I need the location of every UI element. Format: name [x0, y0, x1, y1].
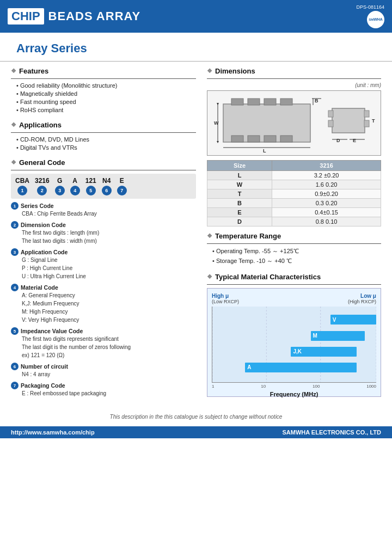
table-row: L 3.2 ±0.20: [207, 171, 381, 180]
code-num: 7: [117, 186, 127, 195]
code-sub-line: M: High Frequency: [22, 308, 196, 316]
applications-list: CD-ROM, DVD, MD Lines Digital TVs and VT…: [11, 136, 196, 151]
num-circle-4: 4: [11, 284, 19, 291]
high-mu-label: High μ (Low RXCP): [212, 293, 239, 304]
page-header: CHIP BEADS ARRAY DPS-081164 SM WHA: [0, 0, 392, 33]
list-item: Storage Temp. -10 ～ +40 ℃: [212, 257, 381, 265]
code-title-text: Series Code: [21, 203, 54, 209]
code-sub-line: A: General Frequency: [22, 291, 196, 299]
features-divider: [11, 78, 196, 79]
code-desc-2: 2 Dimension Code The first two digits : …: [11, 221, 196, 245]
code-num: 3: [55, 186, 65, 195]
x-tick-1: 1: [212, 384, 214, 389]
table-cell-value: 3.2 ±0.20: [272, 171, 381, 180]
chart-labels-top: High μ (Low RXCP) Low μ (High RXCP): [212, 293, 376, 304]
code-title-text: Material Code: [21, 284, 58, 291]
x-tick-10: 10: [261, 384, 266, 389]
table-cell-param: B: [207, 199, 272, 208]
table-cell-param: D: [207, 217, 272, 226]
code-sub-line: The last two digits : width (mm): [22, 237, 196, 245]
features-list: Good reliability (Monolithic structure) …: [11, 82, 196, 113]
table-cell-param: W: [207, 180, 272, 189]
code-sub-4: A: General Frequency K,J: Medium Frequen…: [11, 291, 196, 324]
code-item-n4: N4 6: [102, 177, 112, 195]
chart-area: V M J,K A: [212, 307, 376, 383]
code-label: 121: [85, 177, 96, 185]
code-label: CBA: [15, 177, 29, 185]
dimensions-title: Dimensions: [207, 67, 381, 75]
list-item: Fast mounting speed: [16, 99, 196, 105]
code-desc-6: 6 Number of circuit N4 : 4 array: [11, 363, 196, 378]
code-desc-1: 1 Series Code CBA : Chip Ferrite Beads A…: [11, 202, 196, 218]
applications-title: Applications: [11, 121, 196, 129]
list-item: Good reliability (Monolithic structure): [16, 82, 196, 89]
chip-label: CHIP: [8, 8, 44, 25]
code-sub-1: CBA : Chip Ferrite Beads Array: [11, 210, 196, 218]
list-item: Operating Temp. -55 ～ +125℃: [212, 247, 381, 255]
svg-rect-6: [248, 136, 260, 142]
code-label: N4: [102, 177, 111, 185]
code-item-cba: CBA 1: [15, 177, 29, 195]
svg-text:L: L: [263, 148, 266, 153]
table-cell-value: 0.9±0.20: [272, 189, 381, 199]
chart-bar-label-jk: J,K: [293, 348, 302, 354]
code-sub-line: ex) 121 = 120 (Ω): [22, 351, 196, 359]
right-column: Dimensions (unit : mm): [201, 67, 381, 402]
code-num: 5: [86, 186, 96, 195]
table-cell-param: E: [207, 208, 272, 217]
left-column: Features Good reliability (Monolithic st…: [11, 67, 201, 402]
code-num: 4: [70, 186, 80, 195]
code-sub-5: The first two digits represents signific…: [11, 335, 196, 359]
table-cell-value: 0.4±0.15: [272, 208, 381, 217]
code-desc-title-3: 3 Application Code: [11, 248, 196, 256]
table-cell-param: L: [207, 171, 272, 180]
code-title-text: Impedance Value Code: [21, 328, 83, 334]
code-sub-line: P : High Current Line: [22, 264, 196, 272]
dimensions-divider: [207, 78, 381, 79]
general-code-title: General Code: [11, 158, 196, 167]
svg-rect-4: [280, 99, 292, 105]
high-mu-sub: (Low RXCP): [212, 299, 239, 304]
code-num: 1: [17, 186, 27, 195]
temperature-list: Operating Temp. -55 ～ +125℃ Storage Temp…: [207, 247, 381, 265]
code-num: 2: [37, 186, 47, 195]
code-label: E: [120, 177, 124, 185]
code-title-text: Number of circuit: [21, 363, 68, 370]
code-desc-title-4: 4 Material Code: [11, 284, 196, 291]
code-label: G: [57, 177, 62, 185]
header-title-group: CHIP BEADS ARRAY: [8, 8, 140, 25]
main-content: Features Good reliability (Monolithic st…: [0, 67, 392, 402]
code-sub-6: N4 : 4 array: [11, 370, 196, 378]
table-cell-param: T: [207, 189, 272, 199]
array-series-title: Array Series: [0, 33, 392, 62]
svg-rect-1: [231, 99, 243, 105]
dimension-table: Size 3216 L 3.2 ±0.20 W 1.6 0.20 T: [207, 160, 381, 226]
num-circle-5: 5: [11, 327, 19, 335]
code-sub-7: E : Reel embossed tape packaging: [11, 389, 196, 397]
list-item: CD-ROM, DVD, MD Lines: [16, 136, 196, 143]
code-sub-line: G : Signal Line: [22, 256, 196, 264]
table-row: T 0.9±0.20: [207, 189, 381, 199]
temperature-section: Temperature Range Operating Temp. -55 ～ …: [207, 232, 381, 265]
list-item: Digital TVs and VTRs: [16, 144, 196, 151]
doc-number: DPS-081164: [356, 4, 384, 10]
code-sub-line: K,J: Medium Frequency: [22, 299, 196, 308]
table-header-value: 3216: [272, 161, 381, 171]
code-label: A: [72, 177, 77, 185]
beads-array-title: BEADS ARRAY: [48, 9, 141, 23]
chart-divider: [207, 284, 381, 285]
chart-container: High μ (Low RXCP) Low μ (High RXCP): [207, 288, 381, 397]
code-desc-7: 7 Packaging Code E : Reel embossed tape …: [11, 382, 196, 397]
footer-note: This description in the this catalogue i…: [0, 411, 392, 423]
x-tick-100: 100: [313, 384, 320, 389]
code-sub-line: The first two digits represents signific…: [22, 335, 196, 343]
footer-url[interactable]: http://www.samwha.com/chip: [11, 429, 95, 436]
num-circle-3: 3: [11, 248, 19, 256]
svg-rect-19: [364, 111, 369, 117]
code-item-g: G 3: [55, 177, 65, 195]
table-header-size: Size: [207, 161, 272, 171]
chart-bar-label-a: A: [247, 364, 251, 370]
dimension-diagram: W L B T: [207, 90, 381, 156]
chart-bar-a: A: [245, 363, 357, 372]
code-item-3216: 3216 2: [35, 177, 50, 195]
